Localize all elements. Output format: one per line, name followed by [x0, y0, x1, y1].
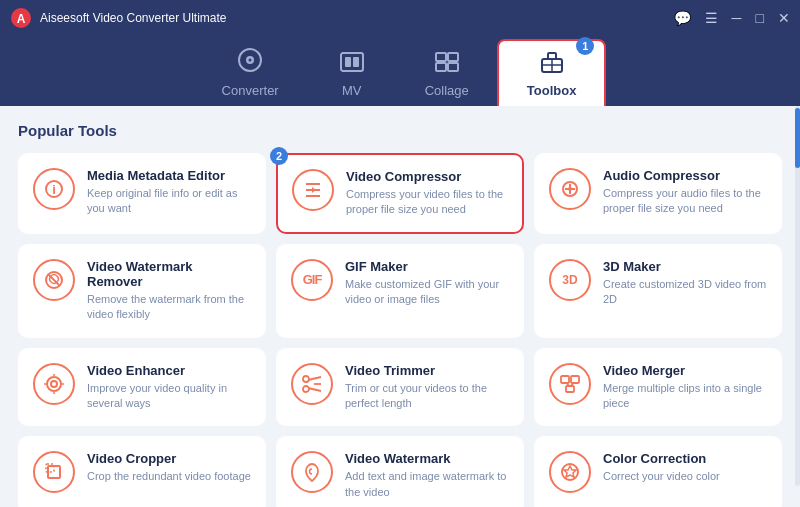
video-compressor-icon [292, 169, 334, 211]
svg-point-35 [303, 386, 309, 392]
tool-video-merger[interactable]: Video Merger Merge multiple clips into a… [534, 348, 782, 427]
svg-point-29 [51, 381, 57, 387]
collage-icon [434, 51, 460, 79]
tool-desc: Make customized GIF with your video or i… [345, 277, 509, 308]
tool-color-correction[interactable]: Color Correction Correct your video colo… [534, 436, 782, 507]
tool-name: Video Merger [603, 363, 767, 378]
svg-point-4 [249, 59, 252, 62]
tool-desc: Compress your video files to the proper … [346, 187, 508, 218]
svg-rect-7 [353, 57, 359, 67]
tool-desc: Remove the watermark from the video flex… [87, 292, 251, 323]
tab-collage[interactable]: Collage [397, 41, 497, 106]
app-logo-icon: A [10, 7, 32, 29]
video-compressor-badge: 2 [270, 147, 288, 165]
3d-maker-icon: 3D [549, 259, 591, 301]
main-content: Popular Tools i Media Metadata Editor Ke… [0, 106, 800, 507]
titlebar-left: A Aiseesoft Video Converter Ultimate [10, 7, 227, 29]
media-metadata-icon: i [33, 168, 75, 210]
svg-point-25 [568, 187, 572, 191]
chat-icon[interactable]: 💬 [674, 11, 691, 25]
svg-rect-13 [548, 53, 556, 59]
svg-rect-41 [566, 386, 574, 392]
tool-name: 3D Maker [603, 259, 767, 274]
titlebar: A Aiseesoft Video Converter Ultimate 💬 ☰… [0, 0, 800, 36]
tool-gif-maker[interactable]: GIF GIF Maker Make customized GIF with y… [276, 244, 524, 338]
tool-name: Video Enhancer [87, 363, 251, 378]
maximize-icon[interactable]: □ [756, 11, 764, 25]
svg-rect-9 [448, 53, 458, 61]
svg-rect-39 [561, 376, 569, 383]
close-icon[interactable]: ✕ [778, 11, 790, 25]
svg-rect-44 [48, 466, 60, 478]
svg-marker-21 [312, 187, 316, 193]
toolbox-badge: 1 [576, 37, 594, 55]
tool-name: Video Compressor [346, 169, 508, 184]
video-trimmer-icon [291, 363, 333, 405]
tool-name: Video Watermark [345, 451, 509, 466]
scroll-thumb[interactable] [795, 108, 800, 168]
nav-bar: Converter MV Collage [0, 36, 800, 106]
tool-name: Audio Compressor [603, 168, 767, 183]
svg-rect-8 [436, 53, 446, 61]
tool-video-trimmer[interactable]: Video Trimmer Trim or cut your videos to… [276, 348, 524, 427]
menu-icon[interactable]: ☰ [705, 11, 718, 25]
video-watermark-remover-icon [33, 259, 75, 301]
tab-mv-label: MV [342, 83, 362, 98]
mv-icon [339, 51, 365, 79]
color-correction-icon [549, 451, 591, 493]
svg-text:i: i [52, 182, 56, 197]
video-cropper-icon [33, 451, 75, 493]
svg-rect-11 [448, 63, 458, 71]
tool-desc: Correct your video color [603, 469, 720, 484]
tool-name: Color Correction [603, 451, 720, 466]
tab-mv[interactable]: MV [307, 41, 397, 106]
video-watermark-icon [291, 451, 333, 493]
svg-line-37 [308, 388, 321, 391]
tool-name: Video Watermark Remover [87, 259, 251, 289]
tool-video-enhancer[interactable]: Video Enhancer Improve your video qualit… [18, 348, 266, 427]
section-title: Popular Tools [18, 122, 782, 139]
svg-text:A: A [17, 12, 26, 26]
tool-name: Media Metadata Editor [87, 168, 251, 183]
audio-compressor-icon [549, 168, 591, 210]
gif-maker-icon: GIF [291, 259, 333, 301]
tool-desc: Add text and image watermark to the vide… [345, 469, 509, 500]
tool-name: GIF Maker [345, 259, 509, 274]
tool-video-watermark-remover[interactable]: Video Watermark Remover Remove the water… [18, 244, 266, 338]
tool-desc: Merge multiple clips into a single piece [603, 381, 767, 412]
tab-converter-label: Converter [222, 83, 279, 98]
tool-video-cropper[interactable]: Video Cropper Crop the redundant video f… [18, 436, 266, 507]
app-title: Aiseesoft Video Converter Ultimate [40, 11, 227, 25]
converter-icon [237, 47, 263, 79]
video-merger-icon [549, 363, 591, 405]
tool-desc: Compress your audio files to the proper … [603, 186, 767, 217]
svg-line-36 [308, 377, 321, 380]
tool-name: Video Cropper [87, 451, 251, 466]
tool-desc: Create customized 3D video from 2D [603, 277, 767, 308]
tool-video-watermark[interactable]: Video Watermark Add text and image water… [276, 436, 524, 507]
video-enhancer-icon [33, 363, 75, 405]
svg-point-28 [47, 377, 61, 391]
tab-converter[interactable]: Converter [194, 37, 307, 106]
scrollbar[interactable] [795, 106, 800, 486]
tab-collage-label: Collage [425, 83, 469, 98]
svg-rect-6 [345, 57, 351, 67]
svg-rect-5 [341, 53, 363, 71]
tool-desc: Trim or cut your videos to the perfect l… [345, 381, 509, 412]
tool-desc: Improve your video quality in several wa… [87, 381, 251, 412]
tool-3d-maker[interactable]: 3D 3D Maker Create customized 3D video f… [534, 244, 782, 338]
toolbox-icon [539, 51, 565, 79]
tool-desc: Crop the redundant video footage [87, 469, 251, 484]
svg-rect-40 [571, 376, 579, 383]
tab-toolbox[interactable]: 1 Toolbox [497, 39, 607, 106]
tools-grid: i Media Metadata Editor Keep original fi… [18, 153, 782, 507]
svg-point-34 [303, 376, 309, 382]
tool-video-compressor[interactable]: 2 Video Compressor Compress your video f… [276, 153, 524, 234]
tool-media-metadata-editor[interactable]: i Media Metadata Editor Keep original fi… [18, 153, 266, 234]
tool-audio-compressor[interactable]: Audio Compressor Compress your audio fil… [534, 153, 782, 234]
tool-desc: Keep original file info or edit as you w… [87, 186, 251, 217]
svg-rect-10 [436, 63, 446, 71]
tab-toolbox-label: Toolbox [527, 83, 577, 98]
minimize-icon[interactable]: ─ [732, 11, 742, 25]
tool-name: Video Trimmer [345, 363, 509, 378]
